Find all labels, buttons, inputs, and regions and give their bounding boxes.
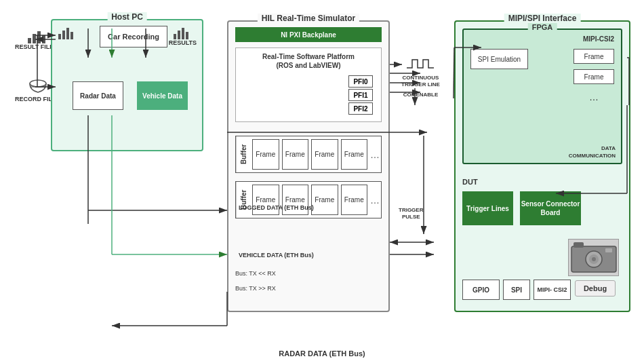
svg-point-4 [30, 80, 46, 87]
ellipsis-2: … [369, 195, 381, 206]
svg-rect-12 [178, 31, 180, 39]
svg-rect-2 [37, 31, 41, 43]
spi-emulation-box: SPI Emulation [470, 49, 528, 69]
hil-title: HIL Real-Time Simulator [258, 14, 359, 23]
mipi-csi2-small-box: MIPI- CSI2 [534, 280, 571, 300]
svg-rect-14 [186, 32, 188, 39]
dut-camera-image [568, 239, 619, 276]
host-pc-title: Host PC [107, 12, 147, 22]
continuous-trigger-label: CONTINUOUSTRIGGER LINE [401, 75, 440, 89]
gpio-box: GPIO [462, 280, 500, 300]
pulse-icon [407, 54, 434, 75]
comenable-label: COMENABLE [403, 92, 439, 98]
trigger-line-area: CONTINUOUSTRIGGER LINE COMENABLE [401, 54, 440, 98]
mipi-spi-box: MIPI/SPI Interface FPGA MIPI-CSI2 SPI Em… [454, 20, 630, 312]
svg-rect-11 [174, 34, 176, 39]
spi-small-box: SPI [503, 280, 530, 300]
fpga-frame-1: Frame [573, 49, 614, 64]
frame-cell-2d: Frame [341, 185, 368, 215]
frame-cell-1d: Frame [341, 139, 368, 170]
vehicle-data-box: Vehicle Data [137, 81, 188, 110]
diagram-container: RESULT FILES RECORD FILES Host PC [0, 0, 644, 363]
frame-cell-2c: Frame [311, 185, 338, 215]
svg-rect-16 [573, 242, 584, 248]
dut-area: DUT Trigger Lines Sensor Connector Board… [462, 178, 622, 303]
svg-rect-10 [71, 32, 73, 39]
radar-data-box: Radar Data [73, 81, 123, 110]
radar-data-bottom-label: RADAR DATA (ETH Bus) [279, 349, 365, 358]
buffer-label-2: Buffer [236, 182, 251, 218]
frame-cell-1c: Frame [311, 139, 338, 170]
pfi2-box: PFI2 [348, 102, 373, 115]
rt-platform-title: Real-Time Software Platform(ROS and LabV… [236, 48, 381, 71]
frame-cell-1b: Frame [282, 139, 309, 170]
mipi-csi2-title-label: MIPI-CSI2 [583, 35, 614, 43]
frame-cell-1a: Frame [252, 139, 279, 170]
svg-rect-3 [42, 35, 45, 43]
rt-platform-box: Real-Time Software Platform(ROS and LabV… [235, 47, 382, 122]
frames-row-1: Buffer Frame Frame Frame Frame … [235, 136, 382, 173]
pfi1-box: PFI1 [348, 89, 373, 101]
fpga-frame-ellipsis: … [573, 90, 614, 104]
vehicle-data-label: VEHICLE DATA (ETH Bus) [239, 252, 314, 260]
pfi0-box: PFI0 [348, 75, 373, 88]
svg-rect-0 [28, 38, 31, 43]
dut-label: DUT [462, 178, 622, 186]
ellipsis-1: … [369, 149, 381, 160]
trigger-pulse-label: TRIGGERPULSE [399, 207, 423, 221]
svg-rect-20 [605, 248, 612, 252]
results-area: RESULTS [169, 26, 197, 46]
car-recording-box: Car Recording [100, 26, 167, 47]
trigger-lines-box: Trigger Lines [462, 191, 513, 225]
svg-rect-1 [33, 34, 36, 43]
svg-rect-8 [62, 31, 65, 39]
svg-rect-7 [58, 34, 61, 39]
sensor-connector-box: Sensor Connector Board [520, 191, 581, 225]
ni-pxi-bar: NI PXI Backplane [235, 27, 382, 42]
svg-rect-9 [66, 28, 69, 39]
frames-row-2: Buffer Frame Frame Frame Frame … [235, 181, 382, 218]
logged-data-label: LOGGED DATA (ETH Bus) [239, 204, 314, 212]
buffer-label-1: Buffer [236, 136, 251, 172]
debug-button[interactable]: Debug [575, 280, 616, 297]
record-files-icon [28, 78, 48, 96]
svg-rect-13 [182, 28, 184, 39]
fpga-title: FPGA [528, 23, 557, 31]
mipi-spi-title: MIPI/SPI Interface [504, 14, 581, 23]
host-pc-box: Host PC Car Recording RESULTS [51, 19, 203, 151]
fpga-box: FPGA MIPI-CSI2 SPI Emulation Frame Frame… [462, 28, 622, 164]
hil-box: HIL Real-Time Simulator NI PXI Backplane… [227, 20, 390, 312]
svg-point-19 [592, 257, 596, 261]
data-communication-label: DATACOMMUNICATION [569, 145, 616, 159]
results-label: RESULTS [169, 39, 197, 46]
bus-tx-gt-rx-label: Bus: TX >> RX [235, 285, 276, 292]
host-bar-chart-icon [58, 26, 77, 41]
fpga-frame-2: Frame [573, 69, 614, 84]
bus-tx-lt-rx-label: Bus: TX << RX [235, 270, 276, 277]
result-files-icon [26, 28, 47, 43]
